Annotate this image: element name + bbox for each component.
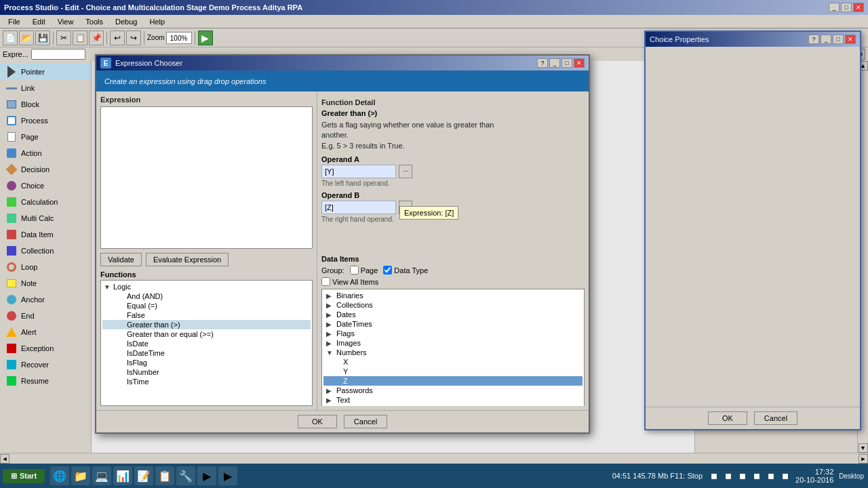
expr-input[interactable]: [31, 49, 85, 60]
tree-isflag[interactable]: IsFlag: [102, 358, 311, 367]
menu-edit[interactable]: Edit: [27, 17, 51, 26]
choice-cancel-btn[interactable]: Cancel: [754, 411, 797, 425]
taskbar-word[interactable]: 📝: [134, 466, 153, 485]
page-checkbox-label[interactable]: Page: [350, 266, 378, 274]
nav-multicalc[interactable]: Multi Calc: [0, 210, 91, 226]
expr-help-btn[interactable]: ?: [537, 58, 548, 68]
scroll-left-btn[interactable]: ◄: [0, 454, 9, 464]
nav-choice[interactable]: Choice: [0, 178, 91, 194]
tree-isdate[interactable]: IsDate: [102, 339, 311, 348]
nav-note[interactable]: Note: [0, 275, 91, 291]
new-btn[interactable]: 📄: [3, 30, 18, 45]
nav-pointer[interactable]: Pointer: [0, 64, 91, 80]
taskbar-app2[interactable]: ▶: [197, 466, 216, 485]
taskbar-app3[interactable]: ▶: [218, 466, 237, 485]
tree-istime[interactable]: IsTime: [102, 377, 311, 386]
copy-btn[interactable]: 📋: [73, 30, 87, 45]
taskbar-computer[interactable]: 💻: [92, 466, 111, 485]
data-datetimes[interactable]: ▶ DateTimes: [323, 319, 583, 329]
functions-tree[interactable]: ▼ Logic And (AND) Equal (=) False: [100, 280, 313, 406]
operand-b-input[interactable]: [321, 201, 396, 214]
data-text[interactable]: ▶ Text: [323, 395, 583, 405]
open-btn[interactable]: 📂: [19, 30, 34, 45]
data-type-cb[interactable]: [383, 266, 392, 274]
tree-greater-than[interactable]: Greater than (>): [102, 320, 311, 329]
data-flags[interactable]: ▶ Flags: [323, 329, 583, 338]
maximize-btn[interactable]: □: [841, 3, 852, 12]
menu-view[interactable]: View: [52, 17, 79, 26]
menu-help[interactable]: Help: [144, 17, 170, 26]
data-dates[interactable]: ▶ Dates: [323, 310, 583, 319]
validate-btn[interactable]: Validate: [100, 253, 142, 266]
operand-a-input[interactable]: [321, 165, 396, 178]
start-button[interactable]: ⊞ Start: [3, 469, 45, 483]
data-collections[interactable]: ▶ Collections: [323, 300, 583, 310]
undo-btn[interactable]: ↩: [110, 30, 125, 45]
choice-ok-btn[interactable]: OK: [708, 411, 747, 425]
data-y[interactable]: Y: [323, 367, 583, 376]
tree-isdatetime[interactable]: IsDateTime: [102, 348, 311, 358]
nav-page[interactable]: Page: [0, 129, 91, 145]
zoom-level[interactable]: 100%: [166, 32, 192, 44]
taskbar-ie[interactable]: 🌐: [50, 466, 69, 485]
data-binaries[interactable]: ▶ Binaries: [323, 291, 583, 300]
save-btn[interactable]: 💾: [35, 30, 50, 45]
expr-min-btn[interactable]: _: [549, 58, 560, 68]
cut-btn[interactable]: ✂: [56, 30, 71, 45]
taskbar-explorer[interactable]: 📁: [71, 466, 90, 485]
nav-calculation[interactable]: Calculation: [0, 194, 91, 210]
choice-min-btn[interactable]: _: [821, 35, 831, 44]
tree-gte[interactable]: Greater than or equal (>=): [102, 329, 311, 339]
data-times[interactable]: ▶ Times: [323, 405, 583, 406]
nav-alert[interactable]: Alert: [0, 324, 91, 340]
desktop-btn[interactable]: Desktop: [839, 472, 864, 480]
data-x[interactable]: X: [323, 357, 583, 367]
paste-btn[interactable]: 📌: [89, 30, 104, 45]
menu-file[interactable]: File: [3, 17, 26, 26]
view-all-checkbox[interactable]: [321, 277, 330, 286]
nav-process[interactable]: Process: [0, 113, 91, 129]
scroll-down-btn[interactable]: ▼: [859, 443, 868, 453]
data-images[interactable]: ▶ Images: [323, 338, 583, 348]
expr-max-btn[interactable]: □: [561, 58, 572, 68]
operand-a-browse-btn[interactable]: ⋯: [399, 165, 412, 178]
data-numbers-folder[interactable]: ▼ Numbers: [323, 348, 583, 357]
tree-logic-folder[interactable]: ▼ Logic: [102, 282, 311, 291]
tree-isnumber[interactable]: IsNumber: [102, 367, 311, 377]
data-items-tree[interactable]: ▶ Binaries ▶ Collections ▶ Dates ▶ DateT…: [321, 289, 585, 406]
tree-and[interactable]: And (AND): [102, 291, 311, 301]
expr-close-btn[interactable]: ✕: [574, 58, 585, 68]
close-btn[interactable]: ✕: [853, 3, 864, 12]
nav-resume[interactable]: Resume: [0, 373, 91, 389]
view-all-checkbox-label[interactable]: View All Items: [321, 277, 378, 286]
nav-link[interactable]: Link: [0, 80, 91, 96]
data-type-checkbox-label[interactable]: Data Type: [383, 266, 428, 274]
nav-end[interactable]: End: [0, 308, 91, 324]
page-checkbox[interactable]: [350, 266, 359, 274]
taskbar-app1[interactable]: 🔧: [176, 466, 195, 485]
nav-dataitem[interactable]: Data Item: [0, 226, 91, 243]
menu-tools[interactable]: Tools: [80, 17, 108, 26]
nav-anchor[interactable]: Anchor: [0, 291, 91, 308]
nav-collection[interactable]: Collection: [0, 243, 91, 259]
nav-decision[interactable]: Decision: [0, 161, 91, 178]
choice-close-btn[interactable]: ✕: [845, 35, 856, 44]
choice-max-btn[interactable]: □: [833, 35, 844, 44]
taskbar-ppt[interactable]: 📋: [155, 466, 174, 485]
nav-exception[interactable]: Exception: [0, 340, 91, 357]
choice-help-btn[interactable]: ?: [808, 35, 819, 44]
menu-debug[interactable]: Debug: [110, 17, 142, 26]
data-passwords[interactable]: ▶ Passwords: [323, 386, 583, 395]
scroll-right-btn[interactable]: ►: [859, 454, 868, 464]
nav-action[interactable]: Action: [0, 145, 91, 161]
expr-cancel-btn[interactable]: Cancel: [344, 415, 387, 428]
redo-btn[interactable]: ↪: [126, 30, 141, 45]
tree-equal[interactable]: Equal (=): [102, 301, 311, 310]
nav-loop[interactable]: Loop: [0, 259, 91, 275]
minimize-btn[interactable]: _: [829, 3, 840, 12]
expr-ok-btn[interactable]: OK: [298, 415, 337, 428]
nav-recover[interactable]: Recover: [0, 357, 91, 373]
nav-block[interactable]: Block: [0, 96, 91, 113]
evaluate-btn[interactable]: Evaluate Expression: [146, 253, 229, 266]
data-z[interactable]: Z: [323, 376, 583, 386]
